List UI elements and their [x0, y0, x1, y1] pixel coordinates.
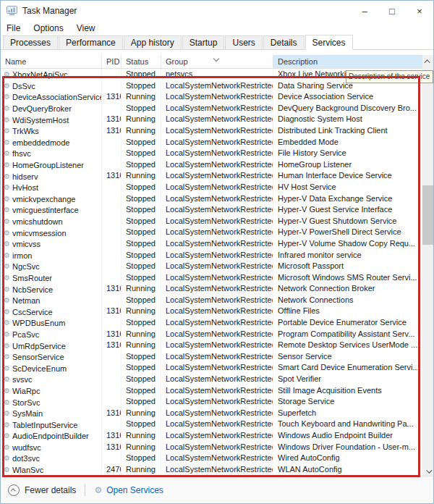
- service-gear-icon: ⚙: [4, 161, 10, 169]
- maximize-icon[interactable]: □: [378, 1, 406, 21]
- close-icon[interactable]: ×: [406, 1, 433, 21]
- service-row-svsvc[interactable]: ⚙svsvcStoppedLocalSystemNetworkRestricte…: [1, 374, 422, 385]
- service-status-cell: Stopped: [122, 295, 161, 306]
- service-description-cell: Human Interface Device Service: [273, 170, 422, 182]
- service-row-storsvc[interactable]: ⚙StorSvcStoppedLocalSystemNetworkRestric…: [1, 396, 422, 408]
- service-row-dot3svc[interactable]: ⚙dot3svcStoppedLocalSystemNetworkRestric…: [1, 453, 422, 464]
- service-pid-cell: [102, 216, 122, 227]
- column-header-status[interactable]: Status: [122, 55, 161, 68]
- service-group-cell: LocalSystemNetworkRestricted: [161, 340, 273, 351]
- menu-item-options[interactable]: Options: [33, 23, 63, 33]
- tab-users[interactable]: Users: [225, 35, 262, 49]
- service-row-irmon[interactable]: ⚙irmonStoppedLocalSystemNetworkRestricte…: [1, 250, 422, 261]
- service-description-cell: Smart Card Device Enumeration Servi...: [273, 362, 422, 374]
- service-group-cell: LocalSystemNetworkRestricted: [161, 464, 273, 476]
- service-name-cell: ⚙svsvc: [1, 374, 102, 385]
- service-name-cell: ⚙HvHost: [1, 182, 102, 193]
- service-description-cell: HV Host Service: [273, 182, 422, 193]
- column-header-description[interactable]: Description: [273, 55, 422, 68]
- scroll-up-button[interactable]: [422, 55, 433, 67]
- service-row-hidserv[interactable]: ⚙hidserv1316RunningLocalSystemNetworkRes…: [1, 170, 422, 182]
- service-description-cell: Superfetch: [273, 408, 422, 419]
- service-row-trkwks[interactable]: ⚙TrkWks1316RunningLocalSystemNetworkRest…: [1, 125, 422, 137]
- tab-startup[interactable]: Startup: [182, 35, 225, 49]
- tab-app-history[interactable]: App history: [124, 35, 182, 49]
- service-status-cell: Stopped: [122, 80, 161, 92]
- service-name-cell: ⚙NgcSvc: [1, 261, 102, 272]
- service-row-vmicguestinterface[interactable]: ⚙vmicguestinterfaceStoppedLocalSystemNet…: [1, 204, 422, 216]
- service-row-scdeviceenum[interactable]: ⚙ScDeviceEnumStoppedLocalSystemNetworkRe…: [1, 362, 422, 374]
- service-row-vmickvpexchange[interactable]: ⚙vmickvpexchangeStoppedLocalSystemNetwor…: [1, 193, 422, 205]
- service-row-devquerybroker[interactable]: ⚙DevQueryBrokerStoppedLocalSystemNetwork…: [1, 103, 422, 114]
- service-row-deviceassociationservice[interactable]: ⚙DeviceAssociationService1316RunningLoca…: [1, 91, 422, 103]
- service-group-cell: LocalSystemNetworkRestricted: [161, 385, 273, 397]
- service-row-smsrouter[interactable]: ⚙SmsRouterStoppedLocalSystemNetworkRestr…: [1, 272, 422, 284]
- service-row-wpdbusenum[interactable]: ⚙WPDBusEnumStoppedLocalSystemNetworkRest…: [1, 317, 422, 329]
- service-group-cell: LocalSystemNetworkRestricted: [161, 238, 273, 250]
- minimize-icon[interactable]: –: [351, 1, 378, 21]
- service-pid-cell: [102, 159, 122, 171]
- service-row-wdisystemhost[interactable]: ⚙WdiSystemHost1316RunningLocalSystemNetw…: [1, 114, 422, 125]
- service-row-wiarpc[interactable]: ⚙WiaRpcStoppedLocalSystemNetworkRestrict…: [1, 385, 422, 397]
- service-row-pcasvc[interactable]: ⚙PcaSvc1316RunningLocalSystemNetworkRest…: [1, 329, 422, 340]
- service-row-tabletinputservice[interactable]: ⚙TabletInputServiceStoppedLocalSystemNet…: [1, 419, 422, 430]
- service-row-vmicvmsession[interactable]: ⚙vmicvmsessionStoppedLocalSystemNetworkR…: [1, 227, 422, 238]
- tab-services[interactable]: Services: [305, 35, 353, 50]
- service-row-ncbservice[interactable]: ⚙NcbService1316RunningLocalSystemNetwork…: [1, 283, 422, 295]
- service-pid-cell: [102, 193, 122, 205]
- fewer-details-button[interactable]: Fewer details: [25, 485, 76, 495]
- service-gear-icon: ⚙: [4, 139, 10, 146]
- service-pid-cell: [102, 272, 122, 284]
- service-gear-icon: ⚙: [4, 206, 10, 214]
- service-pid-cell: [102, 295, 122, 306]
- service-pid-cell: [102, 137, 122, 148]
- service-description-cell: Network Connections: [273, 295, 422, 306]
- service-pid-cell: 1316: [102, 408, 122, 419]
- service-description-cell: File History Service: [273, 148, 422, 159]
- service-pid-cell: [102, 227, 122, 238]
- service-description-cell: Still Image Acquisition Events: [273, 385, 422, 397]
- service-row-audioendpointbuilder[interactable]: ⚙AudioEndpointBuilder1316RunningLocalSys…: [1, 430, 422, 442]
- service-name-cell: ⚙embeddedmode: [1, 137, 102, 148]
- service-row-embeddedmode[interactable]: ⚙embeddedmodeStoppedLocalSystemNetworkRe…: [1, 137, 422, 148]
- open-services-link[interactable]: Open Services: [106, 485, 163, 495]
- service-gear-icon: ⚙: [4, 93, 10, 101]
- service-row-umrdpservice[interactable]: ⚙UmRdpService1316RunningLocalSystemNetwo…: [1, 340, 422, 351]
- service-pid-cell: [102, 419, 122, 430]
- service-row-wudfsvc[interactable]: ⚙wudfsvc1316RunningLocalSystemNetworkRes…: [1, 442, 422, 453]
- service-group-cell: LocalSystemNetworkRestricted: [161, 362, 273, 374]
- service-row-wlansvc[interactable]: ⚙WlanSvc2476RunningLocalSystemNetworkRes…: [1, 464, 422, 476]
- service-name-cell: ⚙ScDeviceEnum: [1, 362, 102, 374]
- service-row-homegrouplistener[interactable]: ⚙HomeGroupListenerStoppedLocalSystemNetw…: [1, 159, 422, 171]
- service-status-cell: Stopped: [122, 317, 161, 329]
- service-row-hvhost[interactable]: ⚙HvHostStoppedLocalSystemNetworkRestrict…: [1, 182, 422, 193]
- service-name-cell: ⚙UmRdpService: [1, 340, 102, 351]
- tab-processes[interactable]: Processes: [3, 35, 58, 49]
- service-gear-icon: ⚙: [4, 319, 10, 327]
- tab-performance[interactable]: Performance: [59, 35, 123, 49]
- service-group-cell: LocalSystemNetworkRestricted: [161, 419, 273, 430]
- service-status-cell: Stopped: [122, 362, 161, 374]
- service-row-vmicvss[interactable]: ⚙vmicvssStoppedLocalSystemNetworkRestric…: [1, 238, 422, 250]
- service-row-sysmain[interactable]: ⚙SysMain1316RunningLocalSystemNetworkRes…: [1, 408, 422, 419]
- column-header-name[interactable]: Name: [1, 55, 102, 68]
- service-table-body: ⚙XboxNetApiSvcStoppednetsvcsXbox Live Ne…: [1, 69, 422, 475]
- service-row-vmicshutdown[interactable]: ⚙vmicshutdownStoppedLocalSystemNetworkRe…: [1, 216, 422, 227]
- service-row-fhsvc[interactable]: ⚙fhsvcStoppedLocalSystemNetworkRestricte…: [1, 148, 422, 159]
- service-group-cell: LocalSystemNetworkRestricted: [161, 170, 273, 182]
- scrollbar-thumb[interactable]: [422, 185, 433, 245]
- vertical-scrollbar[interactable]: [422, 55, 433, 477]
- service-gear-icon: ⚙: [4, 230, 10, 237]
- service-gear-icon: ⚙: [4, 455, 10, 462]
- menu-item-file[interactable]: File: [7, 23, 20, 33]
- service-group-cell: LocalSystemNetworkRestricted: [161, 283, 273, 295]
- service-group-cell: LocalSystemNetworkRestricted: [161, 250, 273, 261]
- service-row-sensorservice[interactable]: ⚙SensorServiceStoppedLocalSystemNetworkR…: [1, 351, 422, 363]
- service-status-cell: Running: [122, 91, 161, 103]
- column-header-pid[interactable]: PID: [102, 55, 122, 68]
- service-row-netman[interactable]: ⚙NetmanStoppedLocalSystemNetworkRestrict…: [1, 295, 422, 306]
- service-row-cscservice[interactable]: ⚙CscService1316RunningLocalSystemNetwork…: [1, 306, 422, 317]
- menu-item-view[interactable]: View: [77, 23, 95, 33]
- tab-details[interactable]: Details: [263, 35, 305, 49]
- service-row-ngcsvc[interactable]: ⚙NgcSvcStoppedLocalSystemNetworkRestrict…: [1, 261, 422, 272]
